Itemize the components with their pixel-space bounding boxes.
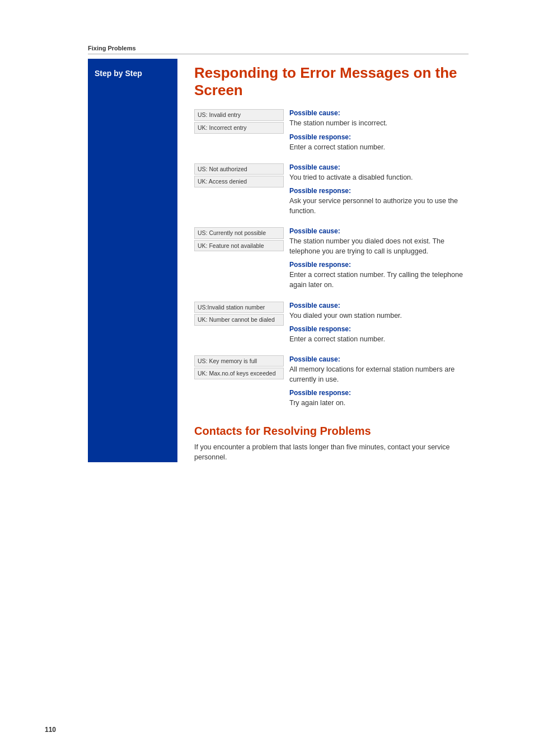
error-content-2: Possible cause: You tried to activate a …: [289, 163, 469, 216]
error-group-4: US:Invalid station number UK: Number can…: [194, 302, 469, 344]
response-label-5: Possible response:: [289, 389, 469, 397]
error-group-3-inner: US: Currently not possible UK: Feature n…: [194, 227, 469, 290]
response-label-2: Possible response:: [289, 187, 469, 195]
response-label-3: Possible response:: [289, 261, 469, 269]
contacts-section: Contacts for Resolving Problems If you e…: [194, 425, 469, 462]
cause-label-3: Possible cause:: [289, 227, 469, 235]
sidebar-title: Step by Step: [88, 64, 149, 83]
response-text-4: Enter a correct station number.: [289, 334, 469, 344]
cause-text-2: You tried to activate a disabled functio…: [289, 172, 469, 182]
error-tag-4-0: US:Invalid station number: [194, 302, 284, 313]
error-tag-3-0: US: Currently not possible: [194, 227, 284, 239]
main-content: Responding to Error Messages on the Scre…: [177, 59, 469, 462]
error-labels-4: US:Invalid station number UK: Number can…: [194, 302, 284, 326]
response-text-2: Ask your service personnel to authorize …: [289, 196, 469, 216]
error-tag-5-1: UK: Max.no.of keys exceeded: [194, 368, 284, 379]
error-tag-3-1: UK: Feature not available: [194, 240, 284, 252]
cause-text-5: All memory locations for external statio…: [289, 364, 469, 384]
section-label: Fixing Problems: [88, 45, 469, 54]
page-wrapper: Fixing Problems Step by Step Responding …: [0, 0, 534, 756]
error-tag-2-0: US: Not authorized: [194, 163, 284, 175]
contacts-title: Contacts for Resolving Problems: [194, 425, 469, 438]
cause-label-5: Possible cause:: [289, 355, 469, 363]
error-content-3: Possible cause: The station number you d…: [289, 227, 469, 290]
cause-label-1: Possible cause:: [289, 109, 469, 117]
sidebar: Step by Step: [88, 59, 177, 462]
page-title: Responding to Error Messages on the Scre…: [194, 64, 469, 99]
error-content-4: Possible cause: You dialed your own stat…: [289, 302, 469, 344]
main-layout: Step by Step Responding to Error Message…: [88, 59, 469, 462]
cause-text-3: The station number you dialed does not e…: [289, 236, 469, 256]
cause-label-2: Possible cause:: [289, 163, 469, 171]
error-labels-3: US: Currently not possible UK: Feature n…: [194, 227, 284, 251]
response-text-1: Enter a correct station number.: [289, 142, 469, 152]
error-tag-5-0: US: Key memory is full: [194, 355, 284, 367]
cause-text-4: You dialed your own station number.: [289, 311, 469, 321]
response-label-4: Possible response:: [289, 325, 469, 333]
error-tag-2-1: UK: Access denied: [194, 176, 284, 187]
response-text-3: Enter a correct station number. Try call…: [289, 270, 469, 290]
error-group-1-inner: US: Invalid entry UK: Incorrect entry Po…: [194, 109, 469, 152]
error-content-1: Possible cause: The station number is in…: [289, 109, 469, 152]
error-labels-2: US: Not authorized UK: Access denied: [194, 163, 284, 187]
error-content-5: Possible cause: All memory locations for…: [289, 355, 469, 408]
error-group-5: US: Key memory is full UK: Max.no.of key…: [194, 355, 469, 408]
error-group-4-inner: US:Invalid station number UK: Number can…: [194, 302, 469, 344]
error-labels-5: US: Key memory is full UK: Max.no.of key…: [194, 355, 284, 379]
cause-text-1: The station number is incorrect.: [289, 118, 469, 128]
error-tag-1-1: UK: Incorrect entry: [194, 122, 284, 134]
page-content: Fixing Problems Step by Step Responding …: [43, 0, 491, 485]
error-group-2-inner: US: Not authorized UK: Access denied Pos…: [194, 163, 469, 216]
error-group-3: US: Currently not possible UK: Feature n…: [194, 227, 469, 290]
error-group-5-inner: US: Key memory is full UK: Max.no.of key…: [194, 355, 469, 408]
error-labels-1: US: Invalid entry UK: Incorrect entry: [194, 109, 284, 133]
error-tag-4-1: UK: Number cannot be dialed: [194, 314, 284, 326]
response-text-5: Try again later on.: [289, 398, 469, 408]
cause-label-4: Possible cause:: [289, 302, 469, 309]
error-group-1: US: Invalid entry UK: Incorrect entry Po…: [194, 109, 469, 152]
error-group-2: US: Not authorized UK: Access denied Pos…: [194, 163, 469, 216]
error-tag-1-0: US: Invalid entry: [194, 109, 284, 121]
contacts-text: If you encounter a problem that lasts lo…: [194, 442, 469, 462]
page-number: 110: [45, 726, 56, 734]
response-label-1: Possible response:: [289, 133, 469, 141]
